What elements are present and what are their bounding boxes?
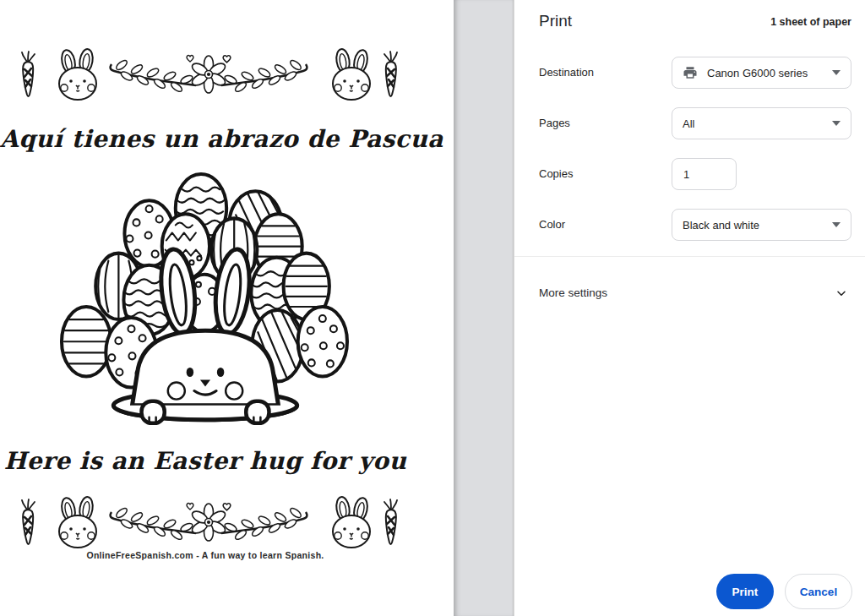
dropdown-arrow-icon [832, 121, 841, 126]
print-button[interactable]: Print [716, 574, 774, 609]
floral-vine-left [111, 507, 196, 542]
pages-select[interactable]: All [672, 107, 851, 139]
bunny-icon [59, 496, 96, 548]
carrot-icon [384, 52, 397, 96]
dropdown-arrow-icon [832, 70, 841, 75]
heart-icon [223, 504, 231, 510]
decorative-border-top [12, 47, 400, 101]
color-label: Color [539, 209, 565, 241]
copies-label: Copies [539, 158, 573, 190]
flower-icon [190, 504, 227, 541]
chevron-down-icon[interactable] [835, 286, 848, 300]
section-divider [514, 256, 865, 257]
floral-vine-left [111, 59, 196, 94]
heart-icon [223, 56, 231, 63]
color-select[interactable]: Black and white [672, 209, 851, 241]
heart-icon [187, 504, 193, 510]
preview-gutter [454, 0, 514, 616]
print-settings-panel: Print 1 sheet of paper Destination Canon… [514, 0, 865, 616]
chrome-print-dialog: Aquí tienes un abrazo de Pascua [0, 0, 865, 616]
english-title: Here is an Easter hug for you [0, 447, 411, 475]
more-settings-label: More settings [539, 279, 607, 308]
pages-label: Pages [539, 107, 570, 139]
printer-icon [683, 65, 698, 80]
copies-input[interactable] [672, 158, 737, 190]
dialog-title: Print [539, 12, 572, 30]
decorative-border-bottom [12, 495, 400, 549]
more-settings-toggle[interactable]: More settings [514, 279, 865, 308]
print-preview-page: Aquí tienes un abrazo de Pascua [0, 0, 454, 616]
sheet-count-summary: 1 sheet of paper [770, 16, 851, 28]
heart-icon [187, 56, 193, 62]
carrot-icon [22, 499, 35, 544]
pages-value: All [683, 117, 694, 130]
carrot-icon [22, 52, 35, 96]
cancel-button[interactable]: Cancel [785, 574, 852, 609]
carrot-icon [384, 499, 397, 544]
floral-vine-right [221, 59, 307, 94]
bunny-eggs-illustration [53, 166, 357, 448]
bunny-icon [59, 48, 96, 100]
floral-vine-right [221, 507, 307, 542]
dropdown-arrow-icon [832, 222, 841, 227]
destination-select[interactable]: Canon G6000 series [672, 57, 851, 89]
destination-value: Canon G6000 series [707, 67, 808, 79]
bunny-icon [333, 496, 370, 548]
destination-label: Destination [539, 57, 594, 89]
color-value: Black and white [683, 219, 759, 232]
spanish-title: Aquí tienes un abrazo de Pascua [0, 125, 411, 153]
bunny-icon [333, 48, 370, 100]
site-credit: OnlineFreeSpanish.com - A fun way to lea… [0, 550, 411, 560]
flower-icon [190, 56, 227, 93]
